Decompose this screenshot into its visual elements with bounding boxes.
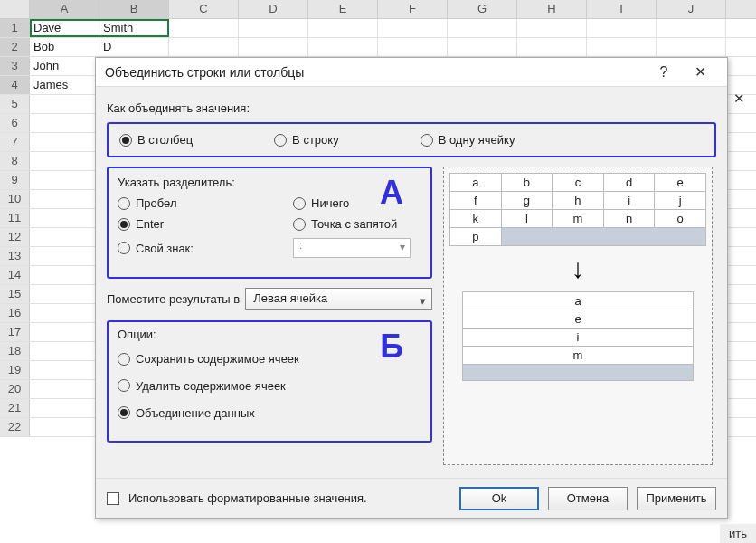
checkbox-use-formatted[interactable] (107, 492, 119, 505)
radio-opt-delete[interactable]: Удалить содержимое ячеек (118, 379, 286, 393)
row-header[interactable]: 1 (0, 19, 30, 37)
place-label: Поместите результаты в (107, 292, 240, 306)
col-header-J[interactable]: J (657, 0, 726, 18)
cell[interactable]: Dave (30, 19, 99, 37)
close-button[interactable]: ✕ (682, 63, 718, 81)
mode-group: В столбец В строку В одну ячейку (107, 122, 716, 157)
dialog-footer: Использовать форматированные значения. O… (96, 478, 727, 518)
row-header[interactable]: 2 (0, 38, 30, 56)
radio-into-one-cell[interactable]: В одну ячейку (421, 133, 515, 147)
stray-text: ить (720, 524, 756, 543)
radio-opt-merge[interactable]: Объединение данных (118, 406, 255, 420)
col-header-C[interactable]: C (169, 0, 239, 18)
cell[interactable]: D (99, 38, 169, 56)
select-all-corner[interactable] (0, 0, 30, 18)
radio-sep-semicolon[interactable]: Точка с запятой (293, 217, 397, 231)
col-header-E[interactable]: E (308, 0, 378, 18)
cancel-button[interactable]: Отмена (548, 487, 628, 510)
separator-title: Указать разделитель: (118, 176, 421, 189)
custom-separator-input[interactable]: :▾ (293, 238, 411, 258)
cell[interactable]: John (30, 57, 99, 75)
col-header-H[interactable]: H (517, 0, 587, 18)
column-headers: A B C D E F G H I J (0, 0, 756, 19)
radio-sep-space[interactable]: Пробел (118, 196, 244, 210)
col-header-G[interactable]: G (448, 0, 517, 18)
merge-dialog: Объединисть строки или столбцы ? ✕ Как о… (95, 57, 728, 519)
col-header-F[interactable]: F (378, 0, 448, 18)
arrow-down-icon: ↓ (449, 255, 706, 282)
options-group: Опции: Б Сохранить содержимое ячеек Удал… (107, 320, 432, 443)
col-header-D[interactable]: D (239, 0, 308, 18)
help-button[interactable]: ? (646, 64, 682, 81)
radio-into-column[interactable]: В столбец (119, 133, 193, 147)
pane-close-icon[interactable]: ✕ (733, 90, 745, 107)
row-header[interactable]: 3 (0, 57, 30, 75)
preview-panel: abcde fghij klmno p ↓ a e i m (443, 167, 713, 465)
cell[interactable]: James (30, 76, 99, 94)
preview-source-table: abcde fghij klmno p (449, 173, 706, 246)
cell[interactable]: Smith (99, 19, 169, 37)
annotation-a: А (380, 174, 403, 212)
col-header-A[interactable]: A (30, 0, 99, 18)
col-header-I[interactable]: I (587, 0, 657, 18)
how-label: Как объединять значения: (107, 101, 716, 115)
chevron-down-icon: ▾ (420, 291, 426, 311)
annotation-b: Б (380, 328, 403, 366)
dialog-title: Объединисть строки или столбцы (105, 65, 646, 80)
place-combo[interactable]: Левая ячейка▾ (245, 288, 432, 310)
titlebar[interactable]: Объединисть строки или столбцы ? ✕ (96, 58, 727, 87)
preview-result-table: a e i m (462, 291, 694, 381)
row-header[interactable]: 4 (0, 76, 30, 94)
cell[interactable]: Bob (30, 38, 99, 56)
checkbox-use-formatted-label: Использовать форматированные значения. (128, 491, 367, 505)
radio-sep-nothing[interactable]: Ничего (293, 196, 349, 210)
radio-sep-custom[interactable]: Свой знак: (118, 242, 244, 255)
radio-into-row[interactable]: В строку (274, 133, 339, 147)
separator-group: Указать разделитель: А Пробел Ничего Ent… (107, 167, 432, 279)
radio-sep-enter[interactable]: Enter (118, 217, 244, 231)
col-header-B[interactable]: B (99, 0, 169, 18)
radio-opt-keep[interactable]: Сохранить содержимое ячеек (118, 352, 299, 366)
ok-button[interactable]: Ok (459, 487, 539, 510)
options-title: Опции: (118, 328, 421, 341)
chevron-down-icon: ▾ (400, 241, 405, 253)
apply-button[interactable]: Применить (637, 487, 716, 510)
